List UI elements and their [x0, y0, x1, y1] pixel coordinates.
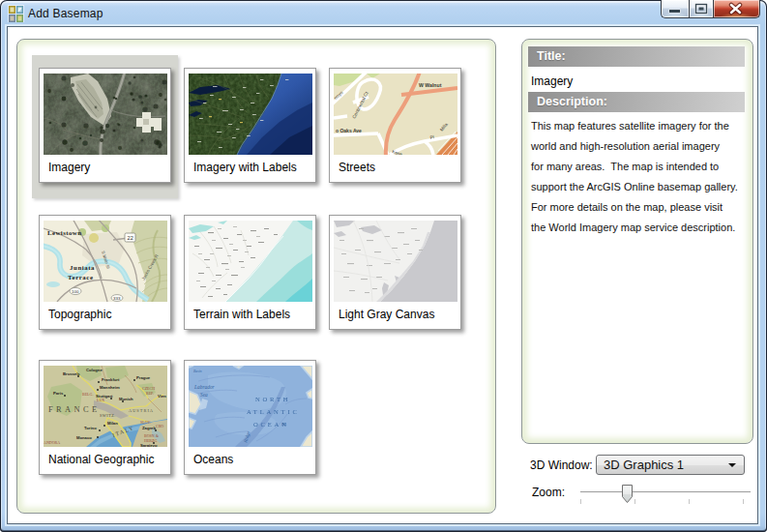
svg-text:Terrace: Terrace	[68, 274, 94, 281]
svg-text:Sarajevo: Sarajevo	[140, 443, 158, 447]
svg-text:NORTH: NORTH	[255, 396, 290, 402]
svg-text:Mannheim: Mannheim	[100, 385, 120, 390]
svg-text:BELG.: BELG.	[82, 392, 93, 397]
svg-text:Basin: Basin	[193, 369, 202, 373]
svg-text:333: 333	[113, 296, 121, 301]
svg-text:SLOV.: SLOV.	[140, 420, 151, 425]
svg-text:AUSTRIA: AUSTRIA	[129, 408, 154, 413]
svg-text:CRO: CRO	[156, 424, 163, 429]
svg-text:Juniata: Juniata	[70, 264, 95, 271]
svg-text:Frankfurt: Frankfurt	[102, 377, 120, 382]
svg-text:Cologne: Cologne	[86, 368, 103, 372]
svg-text:FRANCE: FRANCE	[48, 405, 100, 414]
svg-text:Lewistown: Lewistown	[47, 229, 81, 236]
svg-text:ANDORA: ANDORA	[44, 440, 60, 445]
svg-text:REP.: REP.	[146, 391, 154, 396]
svg-text:Milan: Milan	[107, 421, 118, 426]
svg-text:Stuttgart: Stuttgart	[96, 394, 113, 399]
svg-text:SWITZ.: SWITZ.	[100, 413, 116, 418]
svg-text:Zagreb: Zagreb	[142, 426, 156, 430]
svg-text:BR.: BR.	[281, 423, 286, 427]
svg-text:Prague: Prague	[136, 375, 151, 380]
svg-text:o Oaks Ave: o Oaks Ave	[336, 128, 362, 133]
svg-text:Labrador: Labrador	[193, 384, 216, 390]
svg-text:Torino: Torino	[84, 426, 97, 430]
svg-text:Paris: Paris	[53, 391, 64, 396]
svg-text:W Walnut: W Walnut	[419, 82, 442, 88]
svg-text:100: 100	[72, 289, 79, 294]
svg-text:Vien: Vien	[158, 394, 166, 399]
svg-text:Munich: Munich	[119, 397, 133, 401]
svg-text:Sea: Sea	[200, 392, 208, 398]
svg-text:ATLANTIC: ATLANTIC	[247, 408, 300, 415]
svg-text:Monaco: Monaco	[76, 435, 92, 440]
svg-text:22: 22	[128, 235, 133, 241]
